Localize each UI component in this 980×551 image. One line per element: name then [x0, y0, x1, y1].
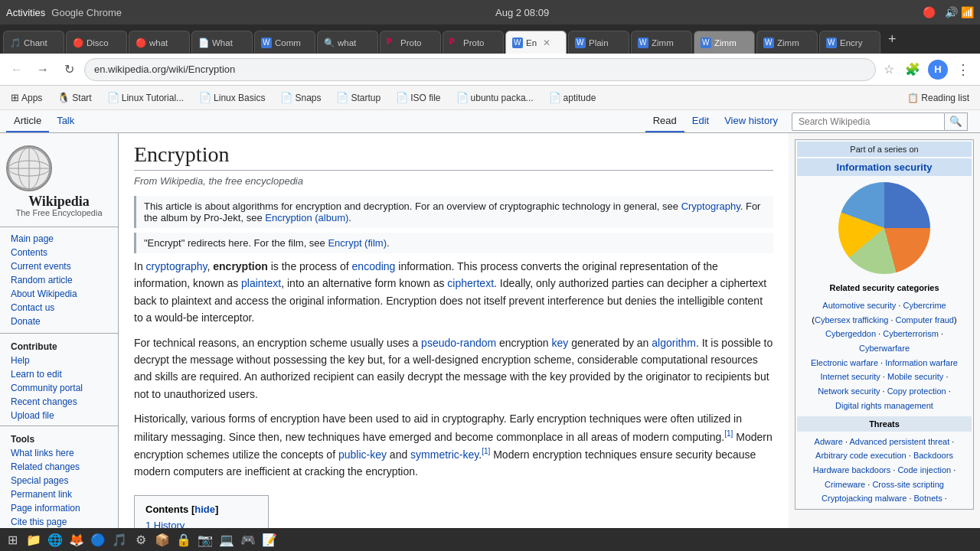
link-electronic-warfare[interactable]: Electronic warfare: [811, 358, 878, 367]
link-cryptojacking[interactable]: Cryptojacking malware: [822, 494, 906, 503]
link-crimeware[interactable]: Crimeware: [825, 480, 865, 489]
sidebar-link-upload[interactable]: Upload file: [0, 409, 118, 422]
new-tab-button[interactable]: +: [882, 31, 903, 47]
sidebar-link-community[interactable]: Community portal: [0, 381, 118, 395]
infobox-title-link[interactable]: Information security: [837, 161, 933, 173]
sidebar-link-what-links[interactable]: What links here: [0, 446, 118, 460]
sidebar-link-main-page[interactable]: Main page: [0, 232, 118, 246]
link-adware[interactable]: Adware: [815, 437, 843, 446]
bookmark-apps[interactable]: ⊞ Apps: [5, 90, 48, 105]
tab-disco[interactable]: 🔴 Disco: [66, 31, 127, 54]
link-hardware-backdoors[interactable]: Hardware backdoors: [813, 465, 891, 474]
menu-button[interactable]: ⋮: [952, 59, 974, 80]
sidebar-link-related-changes[interactable]: Related changes: [0, 460, 118, 474]
link-code-injection[interactable]: Code injection: [897, 465, 951, 474]
taskbar-terminal-icon[interactable]: 💻: [217, 530, 236, 549]
tab-close-en[interactable]: ✕: [543, 37, 550, 48]
link-symmetric-key[interactable]: symmetric-key: [410, 448, 479, 460]
link-automotive[interactable]: Automotive security: [822, 301, 896, 310]
link-cybersex[interactable]: Cybersex trafficking: [815, 315, 888, 324]
bookmark-startup[interactable]: 📄 Startup: [330, 90, 387, 105]
tab-chant[interactable]: 🎵 Chant: [3, 31, 64, 54]
link-network-security[interactable]: Network security: [818, 386, 880, 396]
url-bar[interactable]: en.wikipedia.org/wiki/Encryption: [84, 58, 876, 81]
sidebar-link-permanent[interactable]: Permanent link: [0, 487, 118, 501]
profile-avatar[interactable]: H: [928, 60, 948, 80]
sidebar-link-donate[interactable]: Donate: [0, 315, 118, 328]
bookmark-start[interactable]: 🐧 Start: [51, 90, 97, 105]
link-cyberterrorism[interactable]: Cyberterrorism: [883, 329, 939, 338]
tab-zimm3[interactable]: W Zimm: [756, 31, 818, 54]
taskbar-lock-icon[interactable]: 🔒: [175, 530, 193, 549]
taskbar-note-icon[interactable]: 📝: [260, 530, 279, 549]
sidebar-link-page-info[interactable]: Page information: [0, 501, 118, 515]
link-algorithm[interactable]: algorithm: [652, 337, 696, 349]
taskbar-chrome-icon[interactable]: 🌐: [46, 530, 64, 549]
taskbar-music-icon[interactable]: 🎵: [110, 530, 129, 549]
link-key[interactable]: key: [552, 337, 569, 349]
taskbar-firefox-icon[interactable]: 🦊: [67, 530, 86, 549]
sidebar-link-cite[interactable]: Cite this page: [0, 515, 118, 529]
tab-encry[interactable]: W Encry: [819, 31, 880, 54]
taskbar-apps-icon[interactable]: ⊞: [3, 530, 21, 549]
sidebar-link-current-events[interactable]: Current events: [0, 259, 118, 273]
toc-hide-link[interactable]: hide: [194, 504, 215, 515]
tab-proto2[interactable]: P Proto: [443, 31, 504, 54]
bookmark-iso[interactable]: 📄 ISO file: [390, 90, 446, 105]
bookmark-linux-basics[interactable]: 📄 Linux Basics: [193, 90, 271, 105]
bookmark-snaps[interactable]: 📄 Snaps: [274, 90, 327, 105]
tab-zimm1[interactable]: W Zimm: [631, 31, 692, 54]
tab-view-history[interactable]: View history: [717, 110, 786, 132]
link-ciphertext[interactable]: ciphertext: [447, 277, 494, 289]
bookmark-linux-tutorial[interactable]: 📄 Linux Tutorial...: [101, 90, 190, 105]
link-cybergeddon[interactable]: Cybergeddon: [825, 329, 876, 338]
link-arbitrary-code[interactable]: Arbitrary code execution: [815, 451, 906, 460]
wiki-search-button[interactable]: 🔍: [945, 112, 968, 131]
minimize-button[interactable]: 🔴: [923, 6, 936, 18]
link-encrypt-film[interactable]: Encrypt (film): [328, 237, 387, 249]
link-info-warfare[interactable]: Information warfare: [885, 358, 958, 367]
link-computer-fraud[interactable]: Computer fraud: [896, 315, 954, 324]
tab-edit[interactable]: Edit: [684, 110, 717, 132]
back-button[interactable]: ←: [6, 59, 28, 80]
link-pseudorandom[interactable]: pseudo-random: [421, 337, 496, 349]
sidebar-link-special-pages[interactable]: Special pages: [0, 474, 118, 487]
sidebar-link-about[interactable]: About Wikipedia: [0, 287, 118, 301]
link-cyberwarfare[interactable]: Cyberwarfare: [859, 344, 910, 353]
bookmark-aptitude[interactable]: 📄 aptitude: [543, 90, 603, 105]
bookmark-star-button[interactable]: ☆: [880, 59, 897, 80]
tab-what2[interactable]: 📄 What: [191, 31, 253, 54]
link-encoding[interactable]: encoding: [352, 260, 396, 272]
extensions-button[interactable]: 🧩: [902, 59, 923, 80]
tab-comm[interactable]: W Comm: [254, 31, 315, 54]
reading-list-button[interactable]: 📋 Reading list: [901, 91, 975, 105]
activities-button[interactable]: Activities: [6, 7, 45, 18]
link-cybercrime[interactable]: Cybercrime: [903, 301, 946, 310]
tab-plain[interactable]: W Plain: [568, 31, 629, 54]
reload-button[interactable]: ↻: [58, 59, 80, 80]
taskbar-settings-icon[interactable]: 🔵: [89, 530, 107, 549]
tab-proto1[interactable]: P Proto: [380, 31, 441, 54]
link-cryptography[interactable]: Cryptography: [681, 201, 740, 212]
sidebar-link-recent-changes[interactable]: Recent changes: [0, 395, 118, 409]
tab-article[interactable]: Article: [6, 110, 49, 132]
link-internet-security[interactable]: Internet security: [821, 372, 880, 381]
forward-button[interactable]: →: [32, 59, 54, 80]
taskbar-files-icon[interactable]: 📁: [24, 530, 43, 549]
link-drm[interactable]: Digital rights management: [835, 401, 933, 410]
link-copy-protection[interactable]: Copy protection: [887, 386, 946, 396]
link-encryption-album[interactable]: Encryption (album): [265, 212, 348, 223]
wiki-search-input[interactable]: [792, 112, 945, 131]
sidebar-link-random-article[interactable]: Random article: [0, 273, 118, 287]
link-public-key[interactable]: public-key: [338, 448, 387, 460]
sidebar-link-help[interactable]: Help: [0, 354, 118, 367]
taskbar-game-icon[interactable]: 🎮: [239, 530, 257, 549]
tab-talk[interactable]: Talk: [49, 110, 82, 132]
tab-read[interactable]: Read: [645, 110, 684, 132]
sidebar-link-learn-to-edit[interactable]: Learn to edit: [0, 367, 118, 381]
sidebar-link-contents[interactable]: Contents: [0, 246, 118, 259]
tab-what1[interactable]: 🔴 what: [129, 31, 190, 54]
link-backdoors[interactable]: Backdoors: [913, 451, 953, 460]
link-plaintext[interactable]: plaintext: [241, 277, 281, 289]
link-mobile-security[interactable]: Mobile security: [887, 372, 943, 381]
